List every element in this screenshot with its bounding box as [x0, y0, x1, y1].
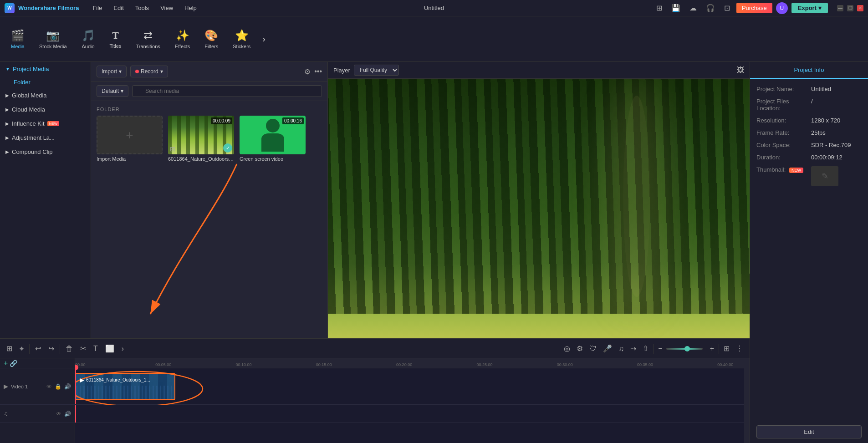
- tool-effects-label: Effects: [175, 44, 190, 49]
- sidebar-item-project-media[interactable]: ▼ Project Media: [0, 62, 91, 76]
- upload-icon[interactable]: ☁: [687, 3, 700, 13]
- timeline-ruler-area: 00:00 00:05:00 00:10:00 00:15:00 00:20:0…: [75, 358, 744, 443]
- greenscreen-media-item[interactable]: 00:00:16 Green screen video: [240, 116, 306, 162]
- sidebar-compound-label: Compound Clip: [12, 148, 53, 155]
- forest-thumb[interactable]: 00:00:09 ⊞ ✓: [168, 116, 234, 154]
- add-link-button[interactable]: 🔗: [10, 360, 17, 367]
- greenscreen-media-label: Green screen video: [240, 156, 306, 162]
- audio1-volume-button[interactable]: 🔊: [64, 411, 71, 417]
- tl-shield-button[interactable]: 🛡: [587, 343, 599, 355]
- support-icon[interactable]: 🎧: [703, 3, 718, 13]
- tl-crop-button[interactable]: ⬜: [102, 342, 117, 355]
- forest-media-item[interactable]: 00:00:09 ⊞ ✓ 6011864_Nature_Outdoors_...: [168, 116, 234, 162]
- tl-redo-button[interactable]: ↪: [46, 342, 57, 355]
- tl-audio-track-button[interactable]: ♫: [616, 343, 627, 355]
- effects-icon: ✨: [176, 29, 189, 42]
- timeline-vscroll[interactable]: [744, 358, 750, 443]
- export-button[interactable]: Export ▾: [791, 3, 828, 13]
- info-value-resolution: 1280 x 720: [811, 117, 840, 124]
- greenscreen-thumb[interactable]: 00:00:16: [240, 116, 306, 154]
- tool-audio[interactable]: 🎵 Audio: [75, 25, 102, 53]
- sort-button[interactable]: Default ▾: [97, 85, 128, 97]
- switch-icon[interactable]: ⊡: [721, 3, 733, 13]
- avatar[interactable]: U: [776, 2, 788, 14]
- tl-undo-button[interactable]: ↩: [32, 342, 44, 355]
- layout-icon[interactable]: ⊞: [654, 3, 665, 13]
- menu-edit[interactable]: Edit: [109, 3, 128, 13]
- video1-volume-button[interactable]: 🔊: [64, 383, 71, 390]
- tab-project-info[interactable]: Project Info: [750, 62, 868, 79]
- close-button[interactable]: ✕: [857, 5, 863, 11]
- sidebar-item-folder[interactable]: Folder: [0, 76, 91, 88]
- import-area[interactable]: +: [97, 116, 163, 154]
- menu-help[interactable]: Help: [180, 3, 201, 13]
- media-more-button[interactable]: •••: [314, 67, 322, 76]
- filters-icon: 🎨: [204, 29, 218, 42]
- track-labels: + 🔗 ▶ Video 1 👁 🔒 🔊 ♫ 👁 🔊: [0, 358, 75, 443]
- menu-file[interactable]: File: [88, 3, 107, 13]
- thumbnail-preview[interactable]: ✎: [811, 166, 838, 186]
- tl-ripple-button[interactable]: ◎: [561, 342, 573, 355]
- import-button[interactable]: Import ▾: [97, 66, 127, 77]
- tool-filters[interactable]: 🎨 Filters: [198, 25, 225, 53]
- sidebar-item-global-media[interactable]: ▶ Global Media: [0, 88, 91, 102]
- tl-sep-3: [653, 344, 654, 354]
- tl-grid2-button[interactable]: ⊞: [721, 342, 732, 355]
- tool-stock-media[interactable]: 📷 Stock Media: [33, 25, 73, 53]
- maximize-button[interactable]: ❐: [847, 5, 853, 11]
- info-panel: Project Info Project Name: Untitled Proj…: [750, 62, 868, 443]
- tl-delete-button[interactable]: 🗑: [63, 343, 76, 355]
- tl-more-button[interactable]: ›: [119, 343, 127, 355]
- tl-zoom-out-button[interactable]: −: [655, 343, 665, 355]
- quality-select[interactable]: Full Quality 1/2 Quality 1/4 Quality: [354, 65, 399, 76]
- sidebar-item-cloud-media[interactable]: ▶ Cloud Media: [0, 102, 91, 117]
- tl-grid-button[interactable]: ⊞: [4, 342, 15, 355]
- search-input[interactable]: [132, 85, 322, 97]
- media-filter-button[interactable]: ⚙: [304, 67, 311, 76]
- tool-media[interactable]: 🎬 Media: [5, 25, 31, 53]
- import-media-item[interactable]: + Import Media: [97, 116, 163, 162]
- info-value-location: /: [811, 98, 813, 112]
- sidebar-item-influence-kit[interactable]: ▶ Influence Kit NEW: [0, 117, 91, 131]
- record-chevron-icon: ▾: [160, 68, 163, 75]
- tl-zoom-in-button[interactable]: +: [707, 343, 717, 355]
- audio1-visibility-button[interactable]: 👁: [56, 411, 61, 417]
- tool-transitions[interactable]: ⇄ Transitions: [129, 25, 166, 53]
- tool-stickers[interactable]: ⭐ Stickers: [226, 25, 257, 53]
- tl-motion-button[interactable]: ⇢: [628, 342, 639, 355]
- info-value-duration: 00:00:09:12: [811, 154, 842, 161]
- tl-more2-button[interactable]: ⋮: [733, 342, 746, 355]
- add-video-track-button[interactable]: +: [4, 359, 8, 367]
- video-track-icon: ▶: [4, 383, 8, 390]
- minimize-button[interactable]: —: [837, 5, 843, 11]
- titlebar: W Wondershare Filmora File Edit Tools Vi…: [0, 0, 868, 16]
- media-search-bar: Default ▾ 🔍: [91, 81, 327, 101]
- menu-view[interactable]: View: [156, 3, 178, 13]
- zoom-slider[interactable]: [666, 348, 703, 350]
- preview-image-icon[interactable]: 🖼: [737, 66, 744, 74]
- tl-text-button[interactable]: T: [91, 343, 101, 355]
- record-label: Record: [141, 68, 158, 75]
- sidebar-item-compound-clip[interactable]: ▶ Compound Clip: [0, 145, 91, 159]
- record-button[interactable]: Record ▾: [130, 66, 168, 77]
- tl-mic-button[interactable]: 🎤: [600, 342, 615, 355]
- import-thumb[interactable]: +: [97, 116, 163, 154]
- purchase-button[interactable]: Purchase: [736, 3, 772, 13]
- save-icon[interactable]: 💾: [669, 3, 683, 13]
- toolbar-more-button[interactable]: ›: [259, 30, 269, 48]
- sidebar-item-adjustment[interactable]: ▶ Adjustment La...: [0, 131, 91, 145]
- video1-lock-button[interactable]: 🔒: [55, 383, 61, 390]
- tl-settings-button[interactable]: ⚙: [574, 342, 586, 355]
- stickers-icon: ⭐: [235, 29, 249, 42]
- tool-effects[interactable]: ✨ Effects: [168, 25, 196, 53]
- info-value-name: Untitled: [811, 86, 831, 92]
- tl-cut-button[interactable]: ✂: [77, 342, 89, 355]
- tool-titles[interactable]: T Titles: [103, 26, 128, 52]
- video1-visibility-button[interactable]: 👁: [46, 383, 52, 390]
- edit-button[interactable]: Edit: [756, 425, 862, 438]
- tl-import-clip-button[interactable]: ⇧: [640, 342, 651, 355]
- tl-select-button[interactable]: ⌖: [17, 343, 26, 355]
- video-clip[interactable]: ▶ 6011864_Nature_Outdoors_1...: [75, 373, 175, 400]
- menu-tools[interactable]: Tools: [131, 3, 153, 13]
- ruler-bar[interactable]: 00:00 00:05:00 00:10:00 00:15:00 00:20:0…: [75, 358, 744, 368]
